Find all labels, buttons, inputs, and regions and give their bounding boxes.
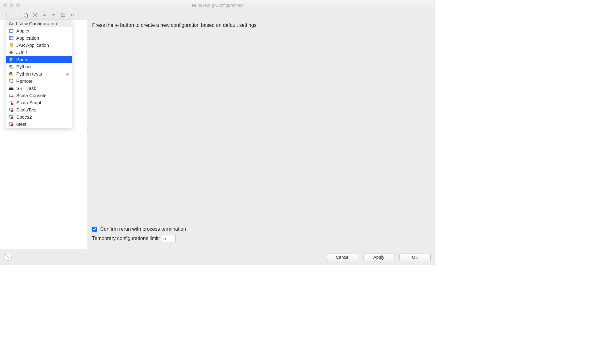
svg-rect-14 xyxy=(12,96,13,97)
svg-rect-22 xyxy=(11,124,13,126)
options-panel: Confirm rerun with process termination T… xyxy=(92,226,430,245)
popup-item-label: Python tests xyxy=(16,71,64,76)
popup-item-specs2[interactable]: Specs2 xyxy=(6,113,72,121)
popup-item-junit[interactable]: JUnit xyxy=(6,49,72,56)
scalatest-icon xyxy=(9,115,14,120)
popup-item-label: Remote xyxy=(16,78,69,84)
confirm-rerun-checkbox-row[interactable]: Confirm rerun with process termination xyxy=(92,226,430,232)
sbt-icon xyxy=(9,86,14,91)
window-title: Run/Debug Configurations xyxy=(0,3,435,8)
ok-button[interactable]: OK xyxy=(399,253,431,261)
svg-rect-18 xyxy=(11,110,13,112)
popup-item-label: utest xyxy=(16,121,69,127)
app-icon xyxy=(9,36,14,41)
plus-icon xyxy=(115,22,119,28)
run-debug-config-dialog: Run/Debug Configurations ··· xyxy=(0,0,435,265)
hint-prefix: Press the xyxy=(92,22,113,28)
popup-item-applet[interactable]: Applet xyxy=(6,27,72,34)
confirm-rerun-label: Confirm rerun with process termination xyxy=(100,226,186,232)
jar-icon xyxy=(9,43,14,48)
popup-item-scala-script[interactable]: Scala Script xyxy=(6,99,72,106)
apply-button[interactable]: Apply xyxy=(363,253,394,261)
scalatest-icon xyxy=(9,107,14,112)
svg-point-12 xyxy=(12,81,13,83)
copy-configuration-button[interactable] xyxy=(22,12,29,18)
scalascript-icon xyxy=(9,100,14,105)
popup-item-label: ScalaTest xyxy=(16,107,69,112)
pants-icon: P xyxy=(9,57,14,62)
hint-suffix: button to create a new configuration bas… xyxy=(120,22,257,28)
svg-rect-4 xyxy=(9,29,13,30)
applet-icon xyxy=(9,28,14,33)
remove-configuration-button[interactable] xyxy=(13,12,20,18)
popup-title: Add New Configuration xyxy=(6,20,72,27)
temp-limit-label: Temporary configurations limit: xyxy=(92,236,160,241)
popup-item-label: SBT Task xyxy=(16,86,69,91)
popup-item-remote[interactable]: Remote xyxy=(6,77,72,85)
popup-item-python[interactable]: Python xyxy=(6,63,72,70)
popup-item-label: Specs2 xyxy=(16,114,69,120)
help-button[interactable]: ? xyxy=(5,254,12,261)
move-down-button[interactable] xyxy=(50,12,57,18)
add-configuration-button[interactable] xyxy=(3,12,10,18)
popup-item-label: Applet xyxy=(16,28,69,33)
popup-item-label: JUnit xyxy=(16,50,69,55)
svg-rect-16 xyxy=(11,103,13,105)
cancel-button[interactable]: Cancel xyxy=(327,253,358,261)
popup-item-utest[interactable]: utest xyxy=(6,121,72,128)
popup-list: AppletApplicationJAR ApplicationJUnitPPa… xyxy=(6,27,72,128)
titlebar: Run/Debug Configurations xyxy=(0,0,435,10)
svg-rect-7 xyxy=(10,38,11,39)
confirm-rerun-checkbox[interactable] xyxy=(92,227,97,232)
svg-point-2 xyxy=(34,14,36,16)
popup-item-pants[interactable]: PPants xyxy=(6,56,72,63)
scalatest-icon xyxy=(9,122,14,127)
minimize-window-icon[interactable] xyxy=(10,3,13,7)
popup-item-label: Scala Console xyxy=(16,93,69,98)
junit-icon xyxy=(9,50,14,55)
folder-button[interactable] xyxy=(60,12,67,18)
close-window-icon[interactable] xyxy=(3,3,7,7)
popup-item-label: Pants xyxy=(16,57,69,62)
expand-toolbar-button[interactable] xyxy=(69,12,76,18)
dialog-button-bar: ? Cancel Apply OK xyxy=(0,249,435,265)
scala-icon xyxy=(9,93,14,98)
popup-item-label: JAR Application xyxy=(16,42,69,48)
popup-item-sbt-task[interactable]: SBT Task xyxy=(6,85,72,92)
remote-icon xyxy=(9,79,14,84)
popup-item-label: Python xyxy=(16,64,69,69)
temp-limit-input[interactable] xyxy=(162,235,176,242)
temp-limit-row: Temporary configurations limit: xyxy=(92,235,430,242)
popup-item-scala-console[interactable]: Scala Console xyxy=(6,92,72,99)
move-up-button[interactable] xyxy=(41,12,48,18)
popup-item-scalatest[interactable]: ScalaTest xyxy=(6,106,72,113)
popup-item-python-tests[interactable]: Python tests▶ xyxy=(6,70,72,77)
add-config-popup: Add New Configuration AppletApplicationJ… xyxy=(6,20,72,128)
svg-text:P: P xyxy=(10,58,12,61)
zoom-window-icon[interactable] xyxy=(16,3,20,7)
config-toolbar xyxy=(0,10,435,20)
popup-item-label: Scala Script xyxy=(16,100,69,105)
popup-item-jar-application[interactable]: JAR Application xyxy=(6,42,72,49)
svg-rect-1 xyxy=(25,14,27,17)
config-details: Press the button to create a new configu… xyxy=(87,20,435,249)
svg-rect-20 xyxy=(11,117,13,119)
python-icon xyxy=(9,71,14,76)
empty-state-hint: Press the button to create a new configu… xyxy=(92,22,430,28)
python-icon xyxy=(9,64,14,69)
popup-item-label: Application xyxy=(16,35,69,41)
popup-item-application[interactable]: Application xyxy=(6,34,72,42)
svg-rect-6 xyxy=(9,37,13,37)
submenu-arrow-icon: ▶ xyxy=(67,72,69,76)
edit-defaults-button[interactable] xyxy=(32,12,38,18)
window-controls xyxy=(3,3,20,7)
